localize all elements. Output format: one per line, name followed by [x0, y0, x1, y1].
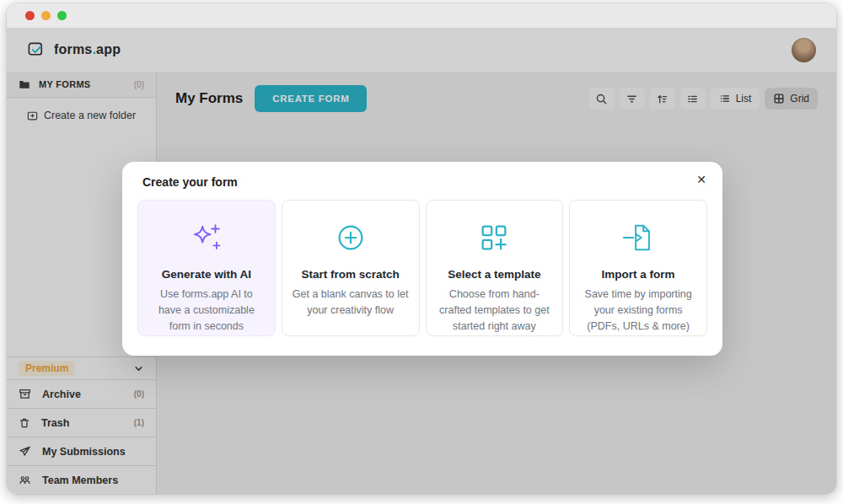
maximize-window-icon[interactable] [57, 11, 67, 20]
create-form-modal: Create your form ✕ Generate with AI Use … [122, 162, 722, 356]
app-root: forms.app MY FORMS (0) [7, 28, 836, 494]
card-description: Choose from hand-crafted templates to ge… [436, 287, 554, 334]
card-title: Generate with AI [162, 268, 251, 281]
close-window-icon[interactable] [25, 11, 35, 20]
card-select-a-template[interactable]: Select a template Choose from hand-craft… [426, 200, 564, 336]
modal-title: Create your form [142, 175, 238, 189]
app-window: forms.app MY FORMS (0) [7, 3, 836, 494]
import-form-icon [620, 217, 657, 258]
close-icon[interactable]: ✕ [693, 169, 710, 190]
card-description: Use forms.app AI to have a customizable … [148, 287, 266, 334]
ai-sparkles-icon [189, 217, 224, 258]
circle-plus-icon [333, 217, 368, 258]
card-title: Import a form [602, 268, 675, 281]
card-generate-with-ai[interactable]: Generate with AI Use forms.app AI to hav… [137, 200, 276, 336]
modal-header: Create your form [122, 162, 722, 200]
template-plus-icon [476, 217, 512, 258]
card-description: Save time by importing your existing for… [579, 287, 697, 334]
card-start-from-scratch[interactable]: Start from scratch Get a blank canvas to… [282, 200, 420, 336]
card-import-a-form[interactable]: Import a form Save time by importing you… [569, 200, 707, 336]
mac-titlebar [7, 3, 836, 28]
card-title: Start from scratch [301, 268, 399, 281]
card-title: Select a template [448, 268, 540, 281]
create-options: Generate with AI Use forms.app AI to hav… [122, 200, 722, 336]
card-description: Get a blank canvas to let your creativit… [292, 287, 410, 319]
minimize-window-icon[interactable] [41, 11, 51, 20]
